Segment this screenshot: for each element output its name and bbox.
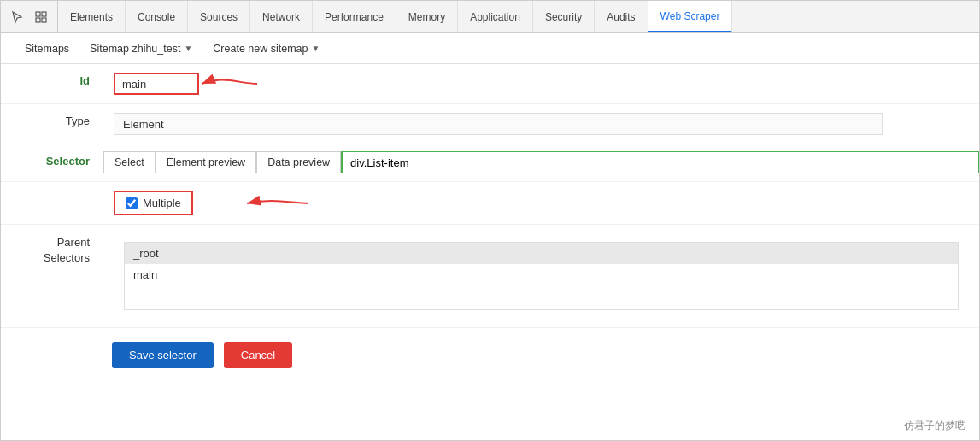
tab-audits[interactable]: Audits bbox=[595, 1, 648, 32]
main-content: Id bbox=[1, 64, 979, 440]
tab-console[interactable]: Console bbox=[126, 1, 188, 32]
selector-row: Selector Select Element preview Data pre… bbox=[1, 144, 979, 182]
sitemap-dropdown[interactable]: Sitemap zhihu_test ▼ bbox=[79, 38, 202, 60]
tab-sources[interactable]: Sources bbox=[188, 1, 250, 32]
multiple-row: Multiple bbox=[1, 182, 979, 225]
tab-application[interactable]: Application bbox=[458, 1, 533, 32]
create-dropdown-arrow: ▼ bbox=[312, 44, 320, 53]
buttons-row: Save selector Cancel bbox=[1, 328, 979, 382]
id-label: Id bbox=[1, 64, 103, 97]
id-input[interactable] bbox=[114, 73, 199, 95]
cancel-button[interactable]: Cancel bbox=[224, 342, 292, 368]
tab-security[interactable]: Security bbox=[533, 1, 595, 32]
type-value-area bbox=[103, 104, 979, 144]
multiple-checkbox-area: Multiple bbox=[103, 182, 203, 224]
selector-value-input[interactable] bbox=[341, 151, 979, 173]
selector-label: Selector bbox=[1, 144, 103, 178]
sitemaps-link[interactable]: Sitemaps bbox=[15, 38, 79, 60]
create-sitemap-dropdown[interactable]: Create new sitemap ▼ bbox=[202, 38, 330, 60]
multiple-label: Multiple bbox=[143, 197, 181, 209]
select-button[interactable]: Select bbox=[103, 151, 156, 173]
devtools-window: Elements Console Sources Network Perform… bbox=[0, 0, 980, 441]
list-item[interactable]: main bbox=[125, 264, 958, 285]
watermark: 仿君子的梦呓 bbox=[904, 419, 965, 433]
id-row: Id bbox=[1, 64, 979, 104]
svg-rect-2 bbox=[36, 18, 40, 22]
form-area: Id bbox=[1, 64, 979, 440]
secondary-nav: Sitemaps Sitemap zhihu_test ▼ Create new… bbox=[1, 33, 979, 64]
tab-web-scraper[interactable]: Web Scraper bbox=[648, 1, 733, 32]
tab-elements[interactable]: Elements bbox=[58, 1, 126, 32]
save-selector-button[interactable]: Save selector bbox=[112, 342, 214, 368]
cursor-icon[interactable] bbox=[8, 8, 26, 26]
svg-rect-0 bbox=[36, 12, 40, 16]
tab-network[interactable]: Network bbox=[250, 1, 313, 32]
type-input[interactable] bbox=[114, 113, 883, 135]
multiple-spacer bbox=[1, 182, 103, 203]
data-preview-button[interactable]: Data preview bbox=[256, 151, 341, 173]
parent-selectors-label: ParentSelectors bbox=[1, 225, 103, 276]
id-arrow-annotation bbox=[197, 71, 266, 97]
id-value-area bbox=[103, 64, 979, 103]
svg-rect-1 bbox=[42, 12, 46, 16]
sitemap-dropdown-arrow: ▼ bbox=[184, 44, 192, 53]
multiple-checkbox[interactable] bbox=[126, 197, 138, 209]
list-item[interactable]: _root bbox=[125, 243, 958, 264]
tab-bar: Elements Console Sources Network Perform… bbox=[1, 1, 979, 33]
box-icon[interactable] bbox=[32, 8, 50, 26]
svg-rect-3 bbox=[42, 18, 46, 22]
tab-memory[interactable]: Memory bbox=[396, 1, 458, 32]
tab-icons bbox=[1, 1, 58, 32]
element-preview-button[interactable]: Element preview bbox=[156, 151, 256, 173]
tab-performance[interactable]: Performance bbox=[313, 1, 396, 32]
selector-controls: Select Element preview Data preview bbox=[103, 144, 979, 180]
type-label: Type bbox=[1, 104, 103, 138]
parent-selectors-list: _root main bbox=[124, 242, 959, 310]
multiple-checkbox-wrapper: Multiple bbox=[114, 191, 193, 215]
checkbox-arrow-annotation bbox=[240, 191, 317, 216]
type-row: Type bbox=[1, 104, 979, 144]
parent-selectors-area: _root main bbox=[103, 225, 979, 327]
parent-selectors-row: ParentSelectors _root main bbox=[1, 225, 979, 328]
